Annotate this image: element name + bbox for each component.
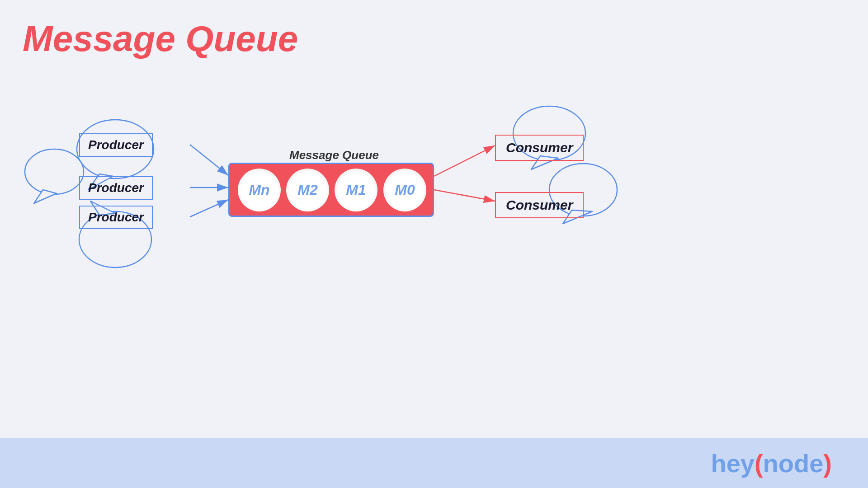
svg-line-12	[190, 200, 228, 217]
brand-hey: hey	[711, 449, 755, 478]
message-queue-container: Mn M2 M1 M0	[228, 163, 434, 217]
consumer-label-2: Consumer	[506, 197, 573, 212]
svg-line-13	[434, 145, 495, 176]
producer-box-2: Producer	[79, 176, 153, 200]
svg-line-14	[434, 190, 495, 201]
message-queue-label: Message Queue	[289, 148, 379, 162]
consumer-label-1: Consumer	[506, 140, 573, 155]
message-m1-label: M1	[346, 182, 366, 198]
message-m1: M1	[335, 169, 377, 211]
svg-point-2	[25, 149, 84, 194]
consumer-box-2: Consumer	[495, 192, 584, 218]
producer-label-2: Producer	[88, 181, 144, 195]
message-m0-label: M0	[395, 182, 415, 198]
brand-node: node	[763, 449, 824, 478]
page-title: Message Queue	[23, 18, 298, 60]
svg-marker-3	[34, 190, 57, 203]
producer-box-3: Producer	[79, 206, 153, 229]
brand-paren-open: (	[755, 449, 763, 478]
message-mn: Mn	[238, 169, 281, 211]
svg-line-10	[190, 145, 228, 175]
brand-logo: hey(node)	[711, 449, 832, 478]
producer-label-3: Producer	[88, 210, 144, 224]
brand-paren-close: )	[823, 449, 832, 478]
producer-box-1: Producer	[79, 133, 153, 157]
producer-label-1: Producer	[88, 138, 144, 152]
message-m2-label: M2	[297, 182, 317, 198]
message-m0: M0	[383, 169, 426, 211]
message-m2: M2	[286, 169, 329, 211]
message-mn-label: Mn	[249, 182, 269, 198]
consumer-box-1: Consumer	[495, 135, 584, 161]
